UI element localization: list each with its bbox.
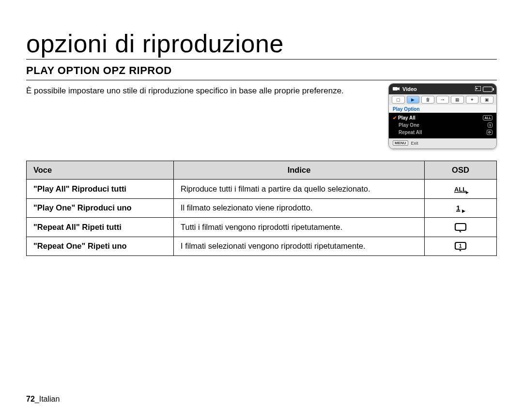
svg-text:1: 1 [459, 243, 462, 249]
osd-option-label: Play All [398, 115, 415, 120]
row-indice: I filmati selezionati vengono riprodotti… [174, 237, 425, 256]
row-osd-icon: 1 [425, 237, 497, 256]
table-header-indice: Indice [174, 161, 425, 180]
svg-marker-7 [462, 210, 465, 213]
osd-footer: MENU Exit [389, 138, 496, 149]
svg-text:ALL: ALL [454, 186, 466, 193]
row-osd-icon: 1 [425, 198, 497, 218]
osd-option-label: Repeat All [393, 130, 422, 135]
osd-header-label: Video [402, 86, 417, 92]
svg-rect-0 [393, 87, 398, 90]
osd-tab: ✦ [466, 96, 479, 104]
row-voce: "Play All" Riproduci tutti [27, 180, 174, 199]
row-voce: "Play One" Riproduci uno [27, 198, 174, 218]
row-voce: "Repeat One" Ripeti uno [27, 237, 174, 256]
table-header-osd: OSD [425, 161, 497, 180]
repeat-one-icon: 1 [454, 241, 467, 251]
battery-icon [483, 87, 492, 92]
osd-tab: ▢ [392, 96, 405, 104]
repeat-all-icon [454, 223, 467, 232]
osd-tab: ▶ [407, 96, 420, 104]
table-row: "Play One" Riproduci uno Il filmato sele… [27, 198, 497, 218]
row-osd-icon [425, 218, 497, 237]
svg-marker-5 [466, 191, 469, 194]
row-indice: Tutti i filmati vengono riprodotti ripet… [174, 218, 425, 237]
svg-rect-8 [455, 224, 466, 230]
section-heading: PLAY OPTION OPZ RIPROD [26, 64, 497, 80]
menu-key-badge: MENU [393, 140, 408, 146]
osd-tab: ▦ [451, 96, 464, 104]
osd-option-label: Play One [393, 122, 419, 128]
osd-footer-text: Exit [411, 141, 418, 146]
svg-marker-3 [476, 88, 478, 90]
osd-preview-screenshot: Video ▢ ▶ 🗑 ⊸ ▦ ✦ ▣ Play Option [388, 83, 497, 149]
osd-menu-title: Play Option [389, 105, 496, 113]
osd-tab: ⊸ [436, 96, 449, 104]
row-voce: "Repeat All" Ripeti tutti [27, 218, 174, 237]
osd-option: Play One 1 [393, 121, 492, 129]
row-osd-icon: ALL [425, 180, 497, 199]
check-icon: ✔ [393, 115, 397, 120]
osd-option: Repeat All ⟳ [393, 129, 492, 136]
osd-option-icon: ALL [483, 115, 492, 120]
row-indice: Riproduce tutti i filmati a partire da q… [174, 180, 425, 199]
row-indice: Il filmato selezionato viene riprodotto. [174, 198, 425, 218]
osd-tab: ▣ [480, 96, 493, 104]
options-table: Voce Indice OSD "Play All" Riproduci tut… [26, 161, 497, 256]
page-footer: 72_Italian [26, 395, 60, 404]
page-lang: Italian [39, 395, 60, 403]
table-row: "Repeat One" Ripeti uno I filmati selezi… [27, 237, 497, 256]
table-row: "Play All" Riproduci tutti Riproduce tut… [27, 180, 497, 199]
svg-text:1: 1 [456, 204, 460, 212]
osd-option-icon: 1 [488, 122, 492, 128]
osd-tab-bar: ▢ ▶ 🗑 ⊸ ▦ ✦ ▣ [389, 94, 496, 105]
play-all-icon: ALL [452, 184, 469, 194]
page-title: opzioni di riproduzione [26, 29, 497, 60]
osd-options-list: ✔Play All ALL Play One 1 Repeat All ⟳ [389, 113, 496, 138]
osd-option: ✔Play All ALL [393, 114, 492, 121]
table-row: "Repeat All" Ripeti tutti Tutti i filmat… [27, 218, 497, 237]
osd-tab: 🗑 [421, 96, 434, 104]
card-icon [475, 86, 481, 92]
camera-icon [393, 86, 400, 92]
intro-text: È possibile impostare uno stile di ripro… [26, 86, 344, 96]
table-header-voce: Voce [27, 161, 174, 180]
svg-marker-1 [398, 87, 400, 90]
play-one-icon: 1 [453, 203, 468, 213]
osd-option-icon: ⟳ [487, 130, 492, 135]
page-number: 72 [26, 395, 35, 403]
